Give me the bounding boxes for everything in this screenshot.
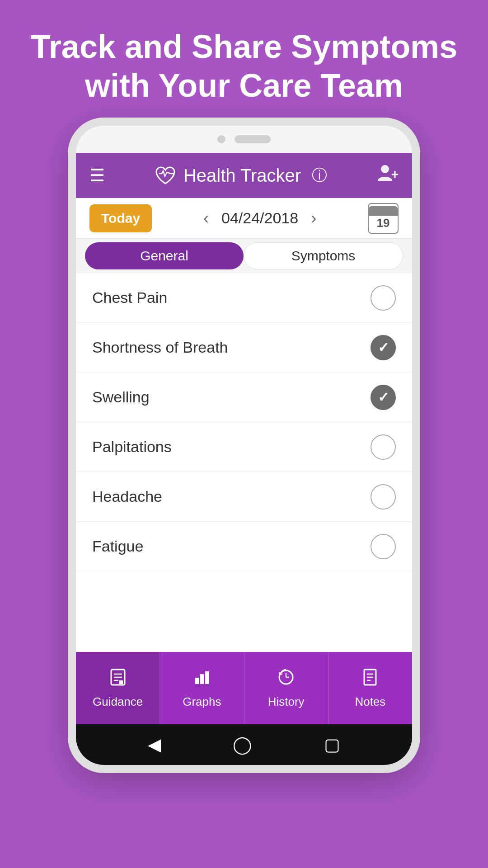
nav-icon-notes: [361, 668, 380, 691]
home-button[interactable]: ◯: [233, 735, 252, 755]
app-header: ☰ Health Tracker ⓘ: [76, 153, 412, 198]
symptom-label-fatigue: Fatigue: [92, 538, 371, 555]
symptom-label-swelling: Swelling: [92, 388, 371, 406]
app-title-area: Health Tracker ⓘ: [105, 164, 376, 187]
calendar-day: 19: [377, 216, 390, 230]
recents-button[interactable]: ▢: [324, 735, 340, 755]
symptom-checkbox-chest-pain[interactable]: [371, 285, 396, 311]
symptom-checkbox-palpitations[interactable]: [371, 434, 396, 460]
nav-item-history[interactable]: History: [244, 652, 328, 724]
headline-line1: Track and Share Symptoms: [27, 27, 461, 66]
tab-general[interactable]: General: [85, 242, 244, 269]
svg-rect-8: [195, 678, 199, 684]
current-date: 04/24/2018: [221, 209, 298, 227]
nav-icon-graphs: [192, 668, 211, 691]
nav-icon-guidance: [108, 668, 127, 691]
svg-point-0: [381, 165, 389, 173]
headline-line2: with Your Care Team: [27, 66, 461, 105]
app-content: ☰ Health Tracker ⓘ Today: [76, 153, 412, 765]
nav-icon-history: [277, 668, 296, 691]
next-date-button[interactable]: ›: [307, 205, 320, 231]
info-icon[interactable]: ⓘ: [312, 165, 327, 186]
symptom-checkbox-fatigue[interactable]: [371, 534, 396, 559]
symptom-item-palpitations[interactable]: Palpitations: [76, 422, 412, 472]
back-button[interactable]: ◀: [148, 735, 161, 755]
heart-pulse-icon: [154, 164, 177, 187]
symptom-item-fatigue[interactable]: Fatigue: [76, 522, 412, 571]
menu-icon[interactable]: ☰: [89, 165, 105, 185]
tab-bar: General Symptoms: [76, 239, 412, 273]
nav-item-guidance[interactable]: Guidance: [76, 652, 160, 724]
nav-label-history: History: [268, 695, 305, 709]
nav-item-graphs[interactable]: Graphs: [160, 652, 244, 724]
tab-symptoms[interactable]: Symptoms: [244, 242, 403, 269]
symptom-checkbox-swelling[interactable]: [371, 385, 396, 410]
phone-speaker: [235, 135, 271, 143]
phone-top-bar: [76, 126, 412, 153]
date-navigation: ‹ 04/24/2018 ›: [159, 205, 361, 231]
headline: Track and Share Symptoms with Your Care …: [0, 27, 488, 105]
nav-label-graphs: Graphs: [183, 695, 221, 709]
app-title-text: Health Tracker: [183, 165, 301, 186]
nav-label-guidance: Guidance: [93, 695, 143, 709]
symptom-label-shortness-of-breath: Shortness of Breath: [92, 339, 371, 356]
symptom-item-swelling[interactable]: Swelling: [76, 373, 412, 422]
nav-label-notes: Notes: [355, 695, 385, 709]
symptom-label-chest-pain: Chest Pain: [92, 289, 371, 307]
symptom-label-palpitations: Palpitations: [92, 438, 371, 456]
nav-item-notes[interactable]: Notes: [328, 652, 412, 724]
symptom-item-headache[interactable]: Headache: [76, 472, 412, 522]
svg-rect-9: [200, 674, 204, 684]
profile-icon[interactable]: [376, 162, 399, 189]
calendar-button[interactable]: 19: [368, 203, 399, 234]
bottom-navigation: GuidanceGraphsHistoryNotes: [76, 652, 412, 724]
symptom-item-shortness-of-breath[interactable]: Shortness of Breath: [76, 323, 412, 373]
symptom-checkbox-shortness-of-breath[interactable]: [371, 335, 396, 360]
prev-date-button[interactable]: ‹: [200, 205, 212, 231]
symptom-checkbox-headache[interactable]: [371, 484, 396, 509]
date-bar: Today ‹ 04/24/2018 › 19: [76, 198, 412, 239]
calendar-top-bar: [369, 206, 398, 216]
symptoms-list: Chest PainShortness of BreathSwellingPal…: [76, 273, 412, 652]
symptom-item-chest-pain[interactable]: Chest Pain: [76, 273, 412, 323]
svg-rect-10: [205, 671, 209, 684]
today-button[interactable]: Today: [89, 204, 152, 232]
phone-bottom-bar: ◀ ◯ ▢: [76, 724, 412, 765]
svg-rect-7: [119, 680, 123, 684]
front-camera: [217, 135, 225, 143]
symptom-label-headache: Headache: [92, 488, 371, 505]
phone-shell: ☰ Health Tracker ⓘ Today: [68, 118, 420, 773]
profile-icon-svg: [376, 162, 399, 184]
